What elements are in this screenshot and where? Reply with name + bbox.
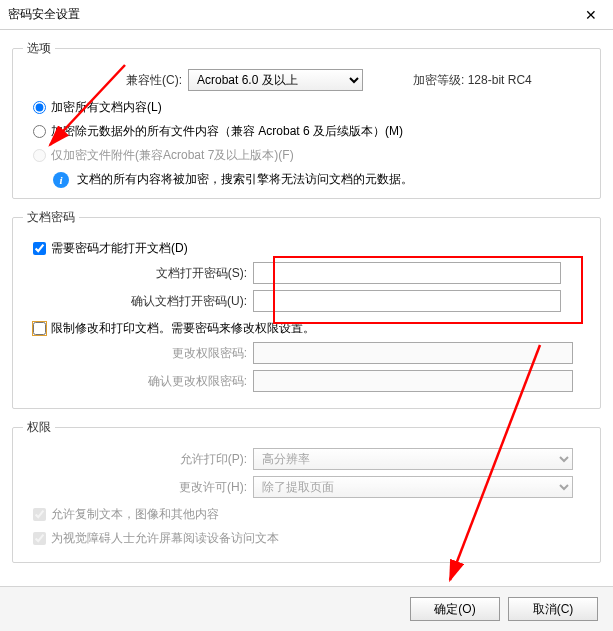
ok-button[interactable]: 确定(O)	[410, 597, 500, 621]
options-group: 选项 兼容性(C): Acrobat 6.0 及以上 加密等级: 128-bit…	[12, 40, 601, 199]
window-title: 密码安全设置	[8, 6, 568, 23]
restrict-label: 限制修改和打印文档。需要密码来修改权限设置。	[51, 320, 315, 337]
permissions-group: 权限 允许打印(P): 高分辨率 更改许可(H): 除了提取页面 允许复制文本，…	[12, 419, 601, 563]
info-icon: i	[53, 172, 69, 188]
compat-select[interactable]: Acrobat 6.0 及以上	[188, 69, 363, 91]
confirm-open-pwd-label: 确认文档打开密码(U):	[23, 293, 253, 310]
options-legend: 选项	[23, 40, 55, 57]
open-pwd-input[interactable]	[253, 262, 561, 284]
confirm-open-pwd-input[interactable]	[253, 290, 561, 312]
enc-level-text: 加密等级: 128-bit RC4	[413, 72, 532, 89]
confirm-change-perm-pwd-input	[253, 370, 573, 392]
allow-screenreader-label: 为视觉障碍人士允许屏幕阅读设备访问文本	[51, 530, 279, 547]
allow-change-label: 更改许可(H):	[23, 479, 253, 496]
allow-copy-label: 允许复制文本，图像和其他内容	[51, 506, 219, 523]
require-open-pwd-label: 需要密码才能打开文档(D)	[51, 240, 188, 257]
encrypt-all-radio[interactable]	[33, 101, 46, 114]
allow-print-label: 允许打印(P):	[23, 451, 253, 468]
encrypt-except-meta-radio[interactable]	[33, 125, 46, 138]
doc-password-legend: 文档密码	[23, 209, 79, 226]
button-bar: 确定(O) 取消(C)	[0, 586, 613, 631]
change-perm-pwd-input	[253, 342, 573, 364]
allow-print-select: 高分辨率	[253, 448, 573, 470]
info-text: 文档的所有内容将被加密，搜索引擎将无法访问文档的元数据。	[77, 171, 413, 188]
require-open-pwd-checkbox[interactable]	[33, 242, 46, 255]
allow-copy-checkbox	[33, 508, 46, 521]
encrypt-attach-radio	[33, 149, 46, 162]
encrypt-attach-label: 仅加密文件附件(兼容Acrobat 7及以上版本)(F)	[51, 147, 294, 164]
close-icon: ✕	[585, 7, 597, 23]
open-pwd-label: 文档打开密码(S):	[23, 265, 253, 282]
close-button[interactable]: ✕	[568, 0, 613, 30]
permissions-legend: 权限	[23, 419, 55, 436]
restrict-checkbox[interactable]	[33, 322, 46, 335]
allow-change-select: 除了提取页面	[253, 476, 573, 498]
confirm-change-perm-pwd-label: 确认更改权限密码:	[23, 373, 253, 390]
encrypt-all-label: 加密所有文档内容(L)	[51, 99, 162, 116]
change-perm-pwd-label: 更改权限密码:	[23, 345, 253, 362]
allow-screenreader-checkbox	[33, 532, 46, 545]
encrypt-except-meta-label: 加密除元数据外的所有文件内容（兼容 Acrobat 6 及后续版本）(M)	[51, 123, 403, 140]
compat-label: 兼容性(C):	[23, 72, 188, 89]
doc-password-group: 文档密码 需要密码才能打开文档(D) 文档打开密码(S): 确认文档打开密码(U…	[12, 209, 601, 409]
cancel-button[interactable]: 取消(C)	[508, 597, 598, 621]
